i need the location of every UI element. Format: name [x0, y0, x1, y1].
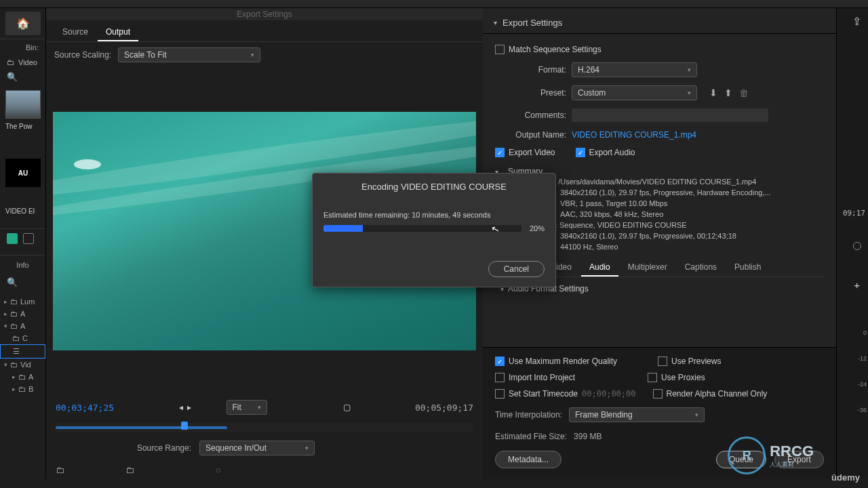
chevron-down-icon: ▾: [258, 404, 261, 411]
tree-item[interactable]: ▸🗀A: [0, 308, 45, 320]
db-scale: 0 -12 -24 -36: [858, 320, 867, 423]
tab-multiplexer[interactable]: Multiplexer: [620, 259, 675, 277]
timeline-in-out-range: [56, 426, 227, 429]
tab-output[interactable]: Output: [98, 24, 138, 41]
timeline-track: [56, 423, 473, 432]
tree-item[interactable]: ▸🗀Lum: [0, 296, 45, 308]
thumbnail-black[interactable]: AU: [5, 159, 41, 187]
preset-dropdown[interactable]: Custom ▾: [572, 85, 697, 100]
preset-row: Preset: Custom ▾ ⬇ ⬆ 🗑: [495, 81, 824, 104]
bin-label: Bin:: [0, 39, 45, 56]
share-icon[interactable]: ⇪: [852, 15, 861, 28]
export-video-checkbox[interactable]: ✓: [495, 148, 505, 157]
collapse-arrow-icon[interactable]: ▾: [494, 19, 497, 26]
pencil-tool-icon[interactable]: [7, 233, 18, 244]
preset-label: Preset:: [495, 88, 566, 98]
step-back-icon[interactable]: ◂: [179, 403, 183, 412]
tab-source[interactable]: Source: [54, 24, 96, 41]
download-preset-icon[interactable]: ⬇: [709, 87, 717, 98]
list-tool-icon[interactable]: [23, 233, 34, 244]
video-folder-item[interactable]: 🗀 Video: [0, 56, 45, 69]
open-folder-icon[interactable]: 🗀: [125, 465, 134, 475]
use-previews-checkbox[interactable]: [658, 357, 667, 366]
tab-publish[interactable]: Publish: [726, 259, 769, 277]
thumbnail-section: The Pow AU VIDEO EI: [0, 85, 45, 222]
opt-row-2: Import Into Project Use Proxies: [495, 369, 824, 386]
watermark-logo: R RRCG 人人素材: [728, 436, 814, 474]
progress-fill: [323, 225, 363, 232]
chevron-right-icon: ▸: [4, 298, 7, 305]
timeline-controls: 00;03;47;25 ◂ ▸ Fit ▾ ▢ 00;05;09;17: [46, 394, 483, 420]
right-timecode: 09;17: [843, 209, 865, 218]
chevron-down-icon: ▾: [305, 445, 309, 451]
encoding-dialog: Encoding VIDEO EDITING COURSE Estimated …: [312, 173, 556, 287]
comments-row: Comments:: [495, 104, 824, 126]
fit-dropdown[interactable]: Fit ▾: [226, 400, 267, 415]
circle-icon[interactable]: [853, 242, 861, 250]
watermark-udemy: ûdemy: [831, 472, 860, 483]
tree-item[interactable]: 🗀C: [0, 332, 45, 344]
home-button[interactable]: 🏠: [5, 12, 41, 35]
thumbnail-preview[interactable]: [5, 90, 41, 119]
tab-audio[interactable]: Audio: [581, 259, 618, 277]
metadata-button[interactable]: Metadata...: [495, 451, 561, 468]
refresh-icon[interactable]: ○: [216, 465, 221, 475]
alpha-checkbox[interactable]: [653, 389, 663, 399]
tree-item-selected[interactable]: ☰: [0, 344, 45, 359]
progress-row: 20%: [323, 224, 545, 232]
export-av-row: ✓ Export Video ✓ Export Audio: [495, 144, 824, 161]
tree-item[interactable]: ▾🗀Vid: [0, 359, 45, 371]
folder-icon: 🗀: [7, 58, 14, 66]
new-folder-icon[interactable]: 🗀: [56, 465, 64, 475]
search-item[interactable]: 🔍: [0, 69, 45, 85]
source-range-dropdown[interactable]: Sequence In/Out ▾: [199, 441, 315, 455]
progress-percent: 20%: [530, 224, 545, 232]
thumbnail-label: The Pow: [5, 121, 40, 131]
output-name-link[interactable]: VIDEO EDITING COURSE_1.mp4: [572, 130, 696, 140]
play-controls: ◂ ▸ Fit ▾ ▢: [179, 400, 351, 415]
source-output-tabs: Source Output: [46, 20, 483, 42]
save-preset-icon[interactable]: ⬆: [724, 87, 732, 98]
import-checkbox[interactable]: [495, 373, 505, 382]
window-title: Export Settings: [46, 8, 483, 20]
match-sequence-checkbox[interactable]: [495, 45, 505, 54]
source-range-label: Source Range:: [56, 443, 191, 453]
tree-item[interactable]: ▸🗀A: [0, 371, 45, 383]
delete-preset-icon[interactable]: 🗑: [739, 87, 749, 98]
timecode-duration: 00;05;09;17: [415, 403, 473, 413]
chevron-down-icon: ▾: [251, 52, 254, 58]
comments-input[interactable]: [572, 108, 768, 122]
tree-item[interactable]: ▾🗀A: [0, 320, 45, 332]
export-header: ▾ Export Settings: [483, 8, 836, 34]
timecode-current[interactable]: 00;03;47;25: [56, 403, 114, 413]
source-range-row: Source Range: Sequence In/Out ▾: [46, 435, 483, 461]
match-sequence-row: Match Sequence Settings: [495, 41, 824, 58]
use-max-checkbox[interactable]: ✓: [495, 357, 505, 366]
search-item-2[interactable]: 🔍: [0, 274, 45, 290]
start-tc-checkbox[interactable]: [495, 389, 505, 399]
play-icon[interactable]: ▸: [187, 403, 191, 412]
scaling-dropdown[interactable]: Scale To Fit ▾: [118, 47, 260, 62]
use-proxies-checkbox[interactable]: [648, 373, 657, 382]
logo-circle: R: [728, 436, 766, 474]
interpolation-dropdown[interactable]: Frame Blending ▾: [569, 407, 705, 422]
scaling-label: Source Scaling:: [54, 50, 111, 60]
plus-icon[interactable]: +: [854, 279, 860, 291]
tree-item[interactable]: ▸🗀B: [0, 383, 45, 395]
opt-row-1: ✓Use Maximum Render Quality Use Previews: [495, 353, 824, 369]
cancel-button[interactable]: Cancel: [488, 261, 545, 277]
chevron-down-icon: ▾: [4, 361, 7, 368]
search-icon: 🔍: [7, 277, 18, 287]
app-header: [0, 0, 868, 8]
info-section: Info: [0, 255, 45, 274]
format-dropdown[interactable]: H.264 ▾: [572, 62, 697, 77]
timeline-scrubber[interactable]: [46, 420, 483, 435]
timeline-playhead[interactable]: [181, 422, 188, 430]
progress-bar: [323, 225, 521, 232]
tab-captions[interactable]: Captions: [677, 259, 725, 277]
preset-icons: ⬇ ⬆ 🗑: [709, 87, 749, 98]
aspect-icon[interactable]: ▢: [343, 403, 351, 412]
output-name-row: Output Name: VIDEO EDITING COURSE_1.mp4: [495, 126, 824, 144]
export-audio-checkbox[interactable]: ✓: [576, 148, 585, 157]
project-tree: ▸🗀Lum ▸🗀A ▾🗀A 🗀C ☰ ▾🗀Vid ▸🗀A ▸🗀B: [0, 296, 45, 395]
